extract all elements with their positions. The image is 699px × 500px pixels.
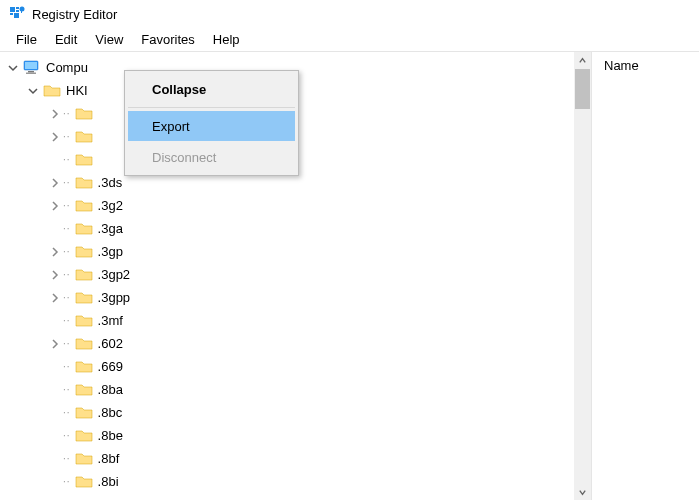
svg-rect-3 — [10, 13, 13, 15]
no-expand-icon — [48, 452, 61, 465]
chevron-right-icon[interactable] — [48, 337, 61, 350]
tree-label: .3gp2 — [98, 267, 131, 282]
menu-edit[interactable]: Edit — [47, 30, 85, 49]
tree-node[interactable]: ··.8be — [4, 424, 591, 447]
folder-icon — [75, 198, 93, 213]
folder-icon — [75, 428, 93, 443]
ctx-item-collapse[interactable]: Collapse — [128, 74, 295, 104]
computer-icon — [23, 60, 41, 75]
chevron-down-icon[interactable] — [26, 84, 39, 97]
tree-connector: ·· — [63, 430, 71, 441]
no-expand-icon — [48, 475, 61, 488]
menu-file[interactable]: File — [8, 30, 45, 49]
context-menu: Collapse Export Disconnect — [124, 70, 299, 176]
ctx-separator — [128, 107, 295, 108]
folder-icon — [75, 175, 93, 190]
chevron-right-icon[interactable] — [48, 130, 61, 143]
menubar: File Edit View Favorites Help — [0, 28, 699, 51]
folder-icon — [75, 313, 93, 328]
tree-connector: ·· — [63, 108, 71, 119]
list-pane: Name — [592, 52, 699, 500]
scroll-up-icon[interactable] — [574, 52, 591, 68]
tree-node[interactable]: ··.3gp2 — [4, 263, 591, 286]
tree-label: .602 — [98, 336, 123, 351]
tree-connector: ·· — [63, 200, 71, 211]
tree-node[interactable]: ··.669 — [4, 355, 591, 378]
tree-label: HKI — [66, 83, 88, 98]
registry-editor-window: Registry Editor File Edit View Favorites… — [0, 0, 699, 500]
tree-node[interactable]: ··.8bc — [4, 401, 591, 424]
folder-icon — [75, 221, 93, 236]
no-expand-icon — [48, 360, 61, 373]
tree-connector: ·· — [63, 177, 71, 188]
chevron-right-icon[interactable] — [48, 291, 61, 304]
chevron-right-icon[interactable] — [48, 199, 61, 212]
tree-node[interactable]: ··.8ba — [4, 378, 591, 401]
chevron-right-icon[interactable] — [48, 176, 61, 189]
tree-label: Compu — [46, 60, 88, 75]
chevron-down-icon[interactable] — [6, 61, 19, 74]
tree-connector: ·· — [63, 154, 71, 165]
svg-rect-1 — [16, 7, 19, 9]
tree-connector: ·· — [63, 384, 71, 395]
scrollbar-thumb[interactable] — [575, 69, 590, 109]
vertical-scrollbar[interactable] — [574, 52, 591, 500]
tree-label: .8bc — [98, 405, 123, 420]
no-expand-icon — [48, 314, 61, 327]
tree-node[interactable]: ··.3g2 — [4, 194, 591, 217]
no-expand-icon — [48, 383, 61, 396]
no-expand-icon — [48, 406, 61, 419]
tree-node[interactable]: ··.3gpp — [4, 286, 591, 309]
tree-label: .8bf — [98, 451, 120, 466]
tree-connector: ·· — [63, 315, 71, 326]
folder-icon — [75, 336, 93, 351]
menu-favorites[interactable]: Favorites — [133, 30, 202, 49]
tree-label: .3ga — [98, 221, 123, 236]
svg-rect-4 — [14, 13, 19, 18]
menu-view[interactable]: View — [87, 30, 131, 49]
chevron-right-icon[interactable] — [48, 245, 61, 258]
tree-node[interactable]: ··.602 — [4, 332, 591, 355]
folder-icon — [75, 267, 93, 282]
tree-node[interactable]: ··.3ga — [4, 217, 591, 240]
tree-connector: ·· — [63, 338, 71, 349]
tree-connector: ·· — [63, 407, 71, 418]
svg-rect-2 — [16, 10, 19, 12]
svg-rect-9 — [28, 71, 34, 73]
folder-icon — [75, 474, 93, 489]
chevron-right-icon[interactable] — [48, 268, 61, 281]
tree-connector: ·· — [63, 269, 71, 280]
column-header-name[interactable]: Name — [592, 52, 699, 79]
menu-help[interactable]: Help — [205, 30, 248, 49]
folder-icon — [75, 290, 93, 305]
scroll-down-icon[interactable] — [574, 484, 591, 500]
tree-connector: ·· — [63, 361, 71, 372]
tree-node[interactable]: ··.3gp — [4, 240, 591, 263]
folder-icon — [75, 405, 93, 420]
tree-node[interactable]: ··.3mf — [4, 309, 591, 332]
regedit-icon — [8, 5, 26, 23]
tree-label: .8ba — [98, 382, 123, 397]
tree-connector: ·· — [63, 476, 71, 487]
folder-icon — [75, 451, 93, 466]
chevron-right-icon[interactable] — [48, 107, 61, 120]
ctx-item-disconnect: Disconnect — [128, 142, 295, 172]
tree-node[interactable]: ··.8bi — [4, 470, 591, 493]
svg-rect-8 — [25, 62, 37, 69]
tree-connector: ·· — [63, 131, 71, 142]
titlebar: Registry Editor — [0, 0, 699, 28]
tree-label: .3g2 — [98, 198, 123, 213]
tree-connector: ·· — [63, 453, 71, 464]
tree-connector: ·· — [63, 246, 71, 257]
tree-label: .3gpp — [98, 290, 131, 305]
tree-connector: ·· — [63, 223, 71, 234]
tree-connector: ·· — [63, 292, 71, 303]
scrollbar-track[interactable] — [574, 110, 591, 484]
folder-icon — [75, 106, 93, 121]
tree-label: .3ds — [98, 175, 123, 190]
folder-icon — [75, 129, 93, 144]
ctx-item-export[interactable]: Export — [128, 111, 295, 141]
no-expand-icon — [48, 429, 61, 442]
tree-node[interactable]: ··.8bf — [4, 447, 591, 470]
content-area: Compu HKI ···· ····.3ds··.3g2 ··.3ga··.3… — [0, 51, 699, 500]
